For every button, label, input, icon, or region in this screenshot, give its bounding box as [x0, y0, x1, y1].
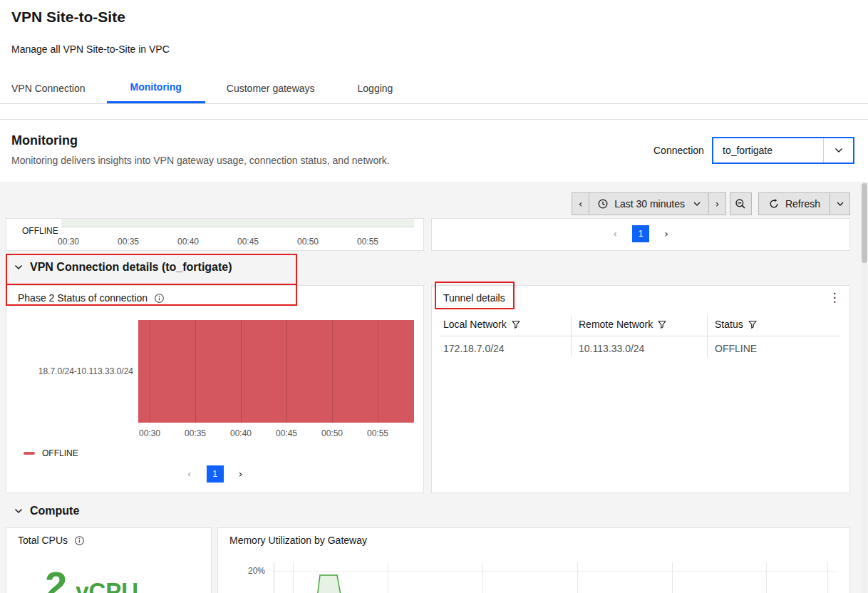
total-cpus-value: 2 [45, 562, 67, 593]
column-header-label: Local Network [443, 319, 507, 330]
column-header-label: Remote Network [579, 319, 653, 330]
tab-vpn-connection[interactable]: VPN Connection [0, 73, 107, 103]
pagination-prev-button[interactable]: ‹ [181, 465, 198, 483]
pagination-next-button[interactable]: › [658, 225, 675, 242]
column-header-local-network: Local Network [443, 319, 520, 330]
pagination: ‹ 1 › [181, 465, 249, 483]
total-cpus-title: Total CPUs [18, 535, 68, 546]
monitoring-section-title: Monitoring [11, 133, 78, 148]
time-range-button[interactable]: Last 30 minutes [589, 192, 709, 215]
pagination-next-button[interactable]: › [232, 465, 249, 483]
section-title: Compute [30, 505, 79, 517]
column-header-status: Status [715, 319, 757, 330]
phase1-chart-bottom-edge [61, 219, 414, 227]
cell-remote-network: 10.113.33.0/24 [579, 343, 644, 354]
phase2-status-bar [138, 320, 414, 423]
phase1-status-card: OFFLINE 00:30 00:35 00:40 00:45 00:50 00… [6, 218, 424, 251]
time-range-label: Last 30 minutes [614, 198, 685, 210]
x-tick: 00:50 [297, 237, 319, 247]
memory-line-series [218, 528, 851, 593]
refresh-icon [768, 198, 780, 210]
phase2-card-title: Phase 2 Status of connection [18, 292, 148, 304]
x-tick: 00:35 [118, 237, 139, 247]
tunnel-card-title: Tunnel details [443, 292, 505, 304]
refresh-options-button[interactable] [830, 192, 850, 215]
x-tick: 00:50 [321, 428, 343, 438]
tab-bar: VPN Connection Monitoring Customer gatew… [0, 73, 868, 104]
tab-customer-gateways[interactable]: Customer gateways [205, 73, 336, 103]
x-tick: 00:55 [357, 237, 378, 247]
time-range-forward-button[interactable]: › [708, 192, 726, 215]
total-cpus-unit: vCPU [76, 578, 138, 593]
chart-legend[interactable]: OFFLINE [24, 448, 78, 458]
pagination-page-1-button[interactable]: 1 [207, 465, 224, 483]
page-title: VPN Site-to-Site [11, 9, 125, 26]
monitoring-dashboard: ‹ Last 30 minutes › Refresh [0, 182, 868, 593]
connection-dropdown-value: to_fortigate [713, 145, 823, 156]
cell-status: OFFLINE [715, 343, 757, 354]
filter-icon[interactable] [512, 320, 520, 329]
cell-local-network: 172.18.7.0/24 [443, 343, 505, 354]
x-tick: 00:40 [177, 237, 199, 247]
chevron-down-icon[interactable] [823, 138, 853, 163]
section-title: VPN Connection details (to_fortigate) [30, 261, 232, 274]
overflow-menu-icon[interactable]: ⋮ [827, 290, 842, 307]
chevron-down-icon [693, 202, 701, 206]
phase1-details-card: ‹ 1 › [431, 218, 850, 251]
column-divider [707, 316, 708, 357]
connection-dropdown-label: Connection [653, 145, 704, 156]
pagination-page-1-button[interactable]: 1 [632, 225, 649, 242]
page-subtitle: Manage all VPN Site-to-Site in VPC [11, 43, 170, 55]
refresh-button[interactable]: Refresh [758, 192, 830, 215]
x-tick: 00:45 [237, 237, 259, 247]
x-tick: 00:55 [367, 428, 388, 438]
memory-utilization-card: Memory Utilization by Gateway 20% [217, 527, 850, 593]
zoom-out-button[interactable] [730, 192, 752, 215]
filter-icon[interactable] [658, 320, 666, 329]
tunnel-details-card: Tunnel details ⋮ Local Network Remote Ne… [431, 285, 850, 493]
column-divider [571, 316, 572, 357]
chevron-down-icon[interactable] [14, 508, 23, 514]
filter-icon[interactable] [748, 320, 757, 329]
info-icon[interactable] [154, 293, 165, 304]
time-toolbar: ‹ Last 30 minutes › Refresh [572, 192, 850, 215]
pagination: ‹ 1 › [606, 225, 675, 242]
connection-dropdown[interactable]: to_fortigate [712, 137, 854, 164]
x-tick: 00:35 [185, 428, 206, 438]
phase2-category-label: 18.7.0/24-10.113.33.0/24 [12, 366, 133, 376]
column-header-remote-network: Remote Network [579, 319, 666, 330]
chevron-down-icon[interactable] [14, 264, 23, 270]
total-cpus-card: Total CPUs 2 vCPU [6, 527, 212, 593]
x-tick: 00:30 [58, 237, 79, 247]
x-tick: 00:40 [230, 428, 252, 438]
time-range-back-button[interactable]: ‹ [572, 192, 589, 215]
column-header-label: Status [715, 319, 743, 330]
tab-logging[interactable]: Logging [336, 73, 415, 103]
section-compute[interactable]: Compute [14, 505, 79, 517]
header-divider [0, 119, 868, 120]
section-vpn-connection-details[interactable]: VPN Connection details (to_fortigate) [14, 261, 232, 274]
info-icon[interactable] [74, 535, 85, 546]
clock-icon [597, 198, 609, 210]
scrollbar-thumb[interactable] [862, 183, 867, 263]
table-header-divider [440, 336, 841, 336]
monitoring-section-description: Monitoring delivers insights into VPN ga… [11, 155, 390, 166]
legend-swatch-offline [24, 452, 35, 455]
pagination-prev-button[interactable]: ‹ [606, 225, 624, 242]
phase2-status-card: Phase 2 Status of connection 18.7.0/24-1… [6, 285, 424, 493]
legend-label: OFFLINE [42, 448, 78, 458]
x-tick: 00:45 [276, 428, 297, 438]
refresh-label: Refresh [785, 198, 820, 210]
vpn-site-to-site-page: VPN Site-to-Site Manage all VPN Site-to-… [0, 0, 868, 593]
x-tick: 00:30 [139, 428, 160, 438]
tab-monitoring[interactable]: Monitoring [107, 73, 205, 103]
phase1-row-label: OFFLINE [22, 226, 58, 236]
